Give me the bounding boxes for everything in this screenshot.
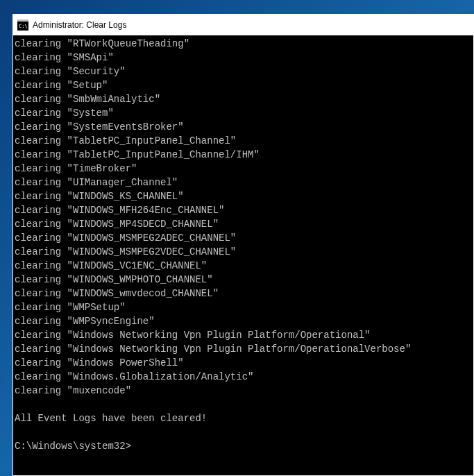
terminal-line: clearing "Windows.Globalization/Analytic…	[15, 370, 472, 384]
terminal-line: clearing "SMSApi"	[15, 51, 472, 65]
terminal-line: clearing "Windows Networking Vpn Plugin …	[15, 328, 472, 342]
window-title: Administrator: Clear Logs	[33, 20, 126, 30]
svg-text:C:\: C:\	[19, 24, 28, 29]
terminal-line: clearing "WINDOWS_MP4SDECD_CHANNEL"	[15, 217, 472, 231]
terminal-line: clearing "SmbWmiAnalytic"	[15, 92, 472, 106]
terminal-line: clearing "System"	[15, 106, 472, 120]
titlebar[interactable]: C:\ Administrator: Clear Logs	[13, 15, 473, 35]
terminal-line: clearing "WMPSyncEngine"	[15, 314, 472, 328]
terminal-line: clearing "Security"	[15, 65, 472, 78]
svg-rect-1	[17, 19, 28, 22]
terminal-line: clearing "Windows PowerShell"	[15, 356, 472, 370]
terminal-line: clearing "WINDOWS_KS_CHANNEL"	[15, 189, 472, 203]
cmd-window: C:\ Administrator: Clear Logs clearing "…	[12, 14, 474, 476]
terminal-line: clearing "Windows Networking Vpn Plugin …	[15, 342, 472, 356]
terminal-line: clearing "WINDOWS_MSMPEG2ADEC_CHANNEL"	[15, 231, 472, 245]
terminal-line: clearing "UIManager_Channel"	[15, 176, 472, 189]
prompt-line[interactable]: C:\Windows\system32>	[15, 439, 472, 453]
terminal-line: clearing "TabletPC_InputPanel_Channel"	[15, 134, 472, 148]
terminal-line: clearing "RTWorkQueueTheading"	[15, 37, 472, 51]
terminal-line: clearing "SystemEventsBroker"	[15, 120, 472, 134]
completion-message: All Event Logs have been cleared!	[15, 411, 472, 425]
terminal-line: clearing "WINDOWS_MSMPEG2VDEC_CHANNEL"	[15, 245, 472, 259]
terminal-blank	[15, 425, 472, 439]
terminal-line: clearing "WMPSetup"	[15, 300, 472, 314]
terminal-output[interactable]: clearing "RTWorkQueueTheading"clearing "…	[13, 35, 473, 475]
terminal-line: clearing "WINDOWS_VC1ENC_CHANNEL"	[15, 259, 472, 273]
terminal-line: clearing "Setup"	[15, 78, 472, 92]
terminal-line: clearing "WINDOWS_WMPHOTO_CHANNEL"	[15, 273, 472, 287]
terminal-line: clearing "TimeBroker"	[15, 162, 472, 176]
terminal-line: clearing "TabletPC_InputPanel_Channel/IH…	[15, 148, 472, 162]
cmd-icon: C:\	[17, 19, 28, 31]
terminal-line: clearing "WINDOWS_wmvdecod_CHANNEL"	[15, 287, 472, 300]
terminal-blank	[15, 398, 472, 411]
terminal-line: clearing "WINDOWS_MFH264Enc_CHANNEL"	[15, 203, 472, 217]
terminal-line: clearing "muxencode"	[15, 384, 472, 398]
prompt-text: C:\Windows\system32>	[15, 441, 131, 452]
